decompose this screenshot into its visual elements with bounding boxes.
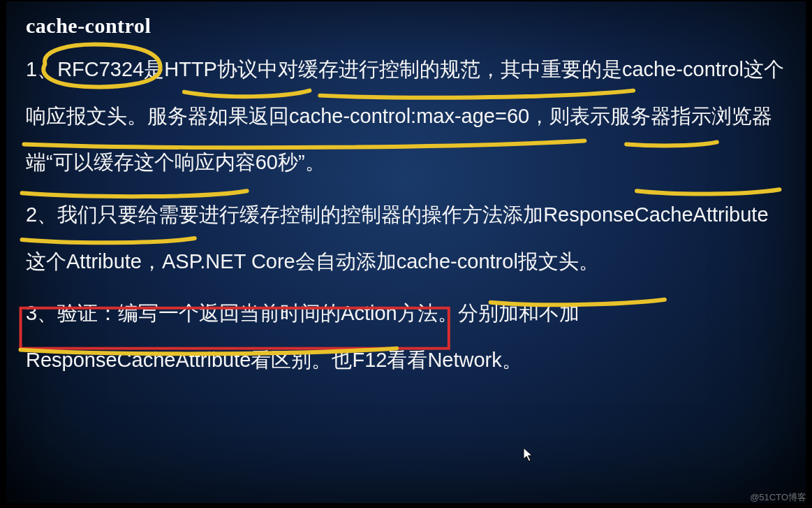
paragraph-1: 1、RFC7324是HTTP协议中对缓存进行控制的规范，其中重要的是cache-…	[26, 46, 786, 186]
slide-title: cache-control	[26, 14, 786, 38]
paragraph-2: 2、我们只要给需要进行缓存控制的控制器的操作方法添加ResponseCacheA…	[26, 191, 786, 284]
paragraph-3: 3、验证：编写一个返回当前时间的Action方法。分别加和不加ResponseC…	[26, 290, 786, 383]
slide: cache-control 1、RFC7324是HTTP协议中对缓存进行控制的规…	[6, 1, 806, 504]
cursor-icon	[523, 447, 534, 463]
slide-body: 1、RFC7324是HTTP协议中对缓存进行控制的规范，其中重要的是cache-…	[26, 46, 786, 384]
watermark: @51CTO博客	[750, 491, 806, 504]
slide-container: cache-control 1、RFC7324是HTTP协议中对缓存进行控制的规…	[0, 0, 812, 508]
